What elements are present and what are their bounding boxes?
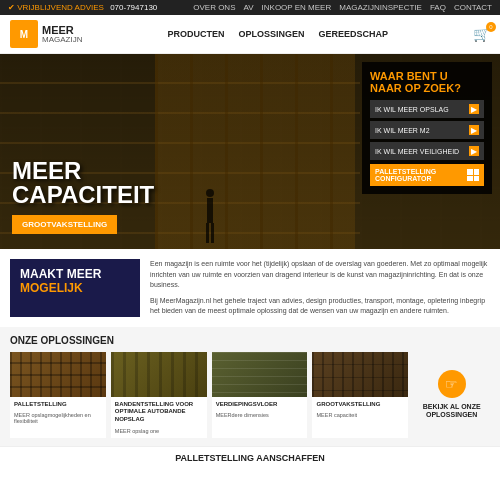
phone-number[interactable]: 070-7947130	[110, 3, 157, 12]
search-option-m2[interactable]: IK WIL MEER M2 ▶	[370, 121, 484, 139]
solution-img-4	[312, 352, 408, 397]
arrow-icon: ▶	[469, 146, 479, 156]
solution-card-grootvakstelling[interactable]: GROOTVAKSTELLING MEER capaciteit	[312, 352, 408, 438]
arrow-icon: ▶	[469, 104, 479, 114]
solution-sublabel-2: MEER opslag one	[111, 428, 207, 438]
footer-cta[interactable]: PALLETSTELLING AANSCHAFFEN	[0, 446, 500, 469]
footer-cta-text: PALLETSTELLING AANSCHAFFEN	[175, 453, 325, 463]
info-paragraph-1: Een magazijn is een ruimte voor het (tij…	[150, 259, 490, 291]
link-av[interactable]: AV	[243, 3, 253, 12]
configurator-button[interactable]: PALLETSTELLING CONFIGURATOR	[370, 164, 484, 186]
solution-img-1	[10, 352, 106, 397]
info-section: MAAKT MEER MOGELIJK Een magazijn is een …	[0, 249, 500, 327]
solution-card-all[interactable]: ☞ BEKIJK AL ONZE OPLOSSINGEN	[413, 352, 490, 438]
grid-icon	[467, 169, 479, 181]
info-heading: MAAKT MEER MOGELIJK	[10, 259, 140, 317]
logo[interactable]: M MEER MAGAZIJN	[10, 20, 82, 48]
advice-label: ✔ VRIJBLIJVEND ADVIES	[8, 3, 104, 12]
arrow-icon: ▶	[469, 125, 479, 135]
search-option-veiligheid[interactable]: IK WIL MEER VEILIGHEID ▶	[370, 142, 484, 160]
logo-icon: M	[10, 20, 38, 48]
nav-producten[interactable]: PRODUCTEN	[167, 29, 224, 39]
solution-sublabel-3: MEERdere dimensies	[212, 412, 308, 422]
solution-label-2: BANDENTSTELLING VOOR OPTIMALE AUTOBANDE …	[111, 397, 207, 428]
solution-label-cta: BEKIJK AL ONZE OPLOSSINGEN	[417, 403, 486, 420]
top-bar-links: OVER ONS AV INKOOP EN MEER MAGAZIJNINSPE…	[193, 3, 492, 12]
solution-label-1: PALLETSTELLING	[10, 397, 106, 413]
solution-card-verdiepingsvloer[interactable]: VERDIEPINGSVLOER MEERdere dimensies	[212, 352, 308, 438]
solution-img-3	[212, 352, 308, 397]
main-nav: M MEER MAGAZIJN PRODUCTEN OPLOSSINGEN GE…	[0, 15, 500, 54]
top-bar: ✔ VRIJBLIJVEND ADVIES 070-7947130 OVER O…	[0, 0, 500, 15]
solution-card-bandenstelling[interactable]: BANDENTSTELLING VOOR OPTIMALE AUTOBANDE …	[111, 352, 207, 438]
solution-label-3: VERDIEPINGSVLOER	[212, 397, 308, 413]
search-option-opslag[interactable]: IK WIL MEER OPSLAG ▶	[370, 100, 484, 118]
solutions-title: ONZE OPLOSSINGEN	[10, 335, 490, 346]
nav-gereedschap[interactable]: GEREEDSCHAP	[318, 29, 388, 39]
link-inkoop[interactable]: INKOOP EN MEER	[262, 3, 332, 12]
search-box-title: WAAR BENT U NAAR OP ZOEK?	[370, 70, 484, 94]
solutions-section: ONZE OPLOSSINGEN PALLETSTELLING MEER ops…	[0, 327, 500, 446]
arrow-circle-icon: ☞	[438, 370, 466, 398]
nav-oplossingen[interactable]: OPLOSSINGEN	[238, 29, 304, 39]
link-magazijn[interactable]: MAGAZIJNINSPECTIE	[339, 3, 422, 12]
solution-sublabel-4: MEER capaciteit	[312, 412, 408, 422]
solutions-grid: PALLETSTELLING MEER opslagmogelijkheden …	[10, 352, 490, 438]
cart-button[interactable]: 🛒 0	[473, 26, 490, 42]
top-bar-left: ✔ VRIJBLIJVEND ADVIES 070-7947130	[8, 3, 157, 12]
solution-card-palletstelling[interactable]: PALLETSTELLING MEER opslagmogelijkheden …	[10, 352, 106, 438]
solution-label-4: GROOTVAKSTELLING	[312, 397, 408, 413]
link-over-ons[interactable]: OVER ONS	[193, 3, 235, 12]
info-paragraph-2: Bij MeerMagazijn.nl het gehele traject v…	[150, 296, 490, 317]
link-faq[interactable]: FAQ	[430, 3, 446, 12]
solution-img-2	[111, 352, 207, 397]
cart-badge: 0	[486, 22, 496, 32]
hero-cta-button[interactable]: GROOTVAKSTELLING	[12, 215, 117, 234]
logo-text: MEER MAGAZIJN	[42, 24, 82, 45]
link-contact[interactable]: CONTACT	[454, 3, 492, 12]
hero-section: MEER CAPACITEIT GROOTVAKSTELLING WAAR BE…	[0, 54, 500, 249]
solution-sublabel-1: MEER opslagmogelijkheden en flexibilitei…	[10, 412, 106, 428]
nav-links: PRODUCTEN OPLOSSINGEN GEREEDSCHAP	[167, 29, 388, 39]
search-box: WAAR BENT U NAAR OP ZOEK? IK WIL MEER OP…	[362, 62, 492, 194]
info-text: Een magazijn is een ruimte voor het (tij…	[150, 259, 490, 317]
